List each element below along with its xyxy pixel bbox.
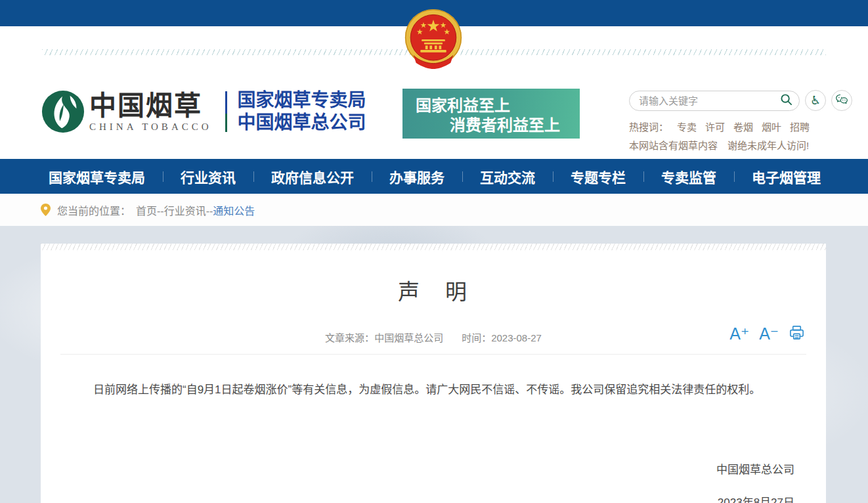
signature-date: 2023年8月27日 bbox=[41, 493, 826, 503]
hot-search-row: 热搜词： 专卖 许可 卷烟 烟叶 招聘 bbox=[629, 120, 859, 133]
article-body: 日前网络上传播的“自9月1日起卷烟涨价”等有关信息，为虚假信息。请广大网民不信谣… bbox=[71, 380, 796, 400]
nav-item-monopoly-supervision[interactable]: 专卖监管 bbox=[661, 167, 716, 186]
org-divider bbox=[225, 91, 227, 132]
china-tobacco-logo-icon[interactable] bbox=[41, 89, 85, 134]
font-increase-button[interactable]: A⁺ bbox=[729, 326, 749, 342]
accessibility-icon: ♿ bbox=[810, 95, 821, 106]
nav-separator bbox=[553, 171, 553, 182]
nav-separator bbox=[734, 171, 735, 182]
hot-word-link[interactable]: 招聘 bbox=[790, 120, 810, 133]
meta-divider bbox=[60, 354, 806, 355]
main-nav: 国家烟草专卖局 行业资讯 政府信息公开 办事服务 互动交流 专题专栏 专卖监管 … bbox=[0, 159, 868, 194]
page: 中国烟草 CHINA TOBACCO 国家烟草专卖局 中国烟草总公司 国家利益至… bbox=[0, 0, 868, 503]
source-label: 文章来源： bbox=[325, 332, 374, 343]
hot-word-link[interactable]: 专卖 bbox=[677, 120, 697, 133]
hot-search-label: 热搜词： bbox=[629, 120, 668, 133]
breadcrumb: 您当前的位置： 首页--行业资讯-- 通知公告 bbox=[0, 194, 868, 226]
time-label: 时间： bbox=[462, 332, 491, 343]
font-decrease-button[interactable]: A⁻ bbox=[759, 326, 779, 342]
slogan-line1: 国家利益至上 bbox=[416, 96, 580, 116]
nav-item-home[interactable]: 国家烟草专卖局 bbox=[49, 167, 145, 186]
logo-cn-text: 中国烟草 bbox=[89, 91, 212, 120]
org-title: 国家烟草专卖局 中国烟草总公司 bbox=[238, 89, 366, 134]
breadcrumb-link-notices[interactable]: 通知公告 bbox=[213, 202, 255, 218]
nav-separator bbox=[372, 171, 372, 182]
nav-separator bbox=[253, 171, 254, 182]
national-emblem-icon bbox=[402, 8, 464, 71]
search-box[interactable] bbox=[629, 91, 800, 111]
logo-en-text: CHINA TOBACCO bbox=[89, 121, 212, 133]
source-value: 中国烟草总公司 bbox=[374, 332, 443, 343]
nav-item-gov-info[interactable]: 政府信息公开 bbox=[271, 167, 354, 186]
breadcrumb-label: 您当前的位置： bbox=[57, 202, 131, 218]
location-pin-icon bbox=[41, 204, 51, 216]
nav-item-industry-news[interactable]: 行业资讯 bbox=[181, 167, 236, 186]
org-title-line2: 中国烟草总公司 bbox=[238, 112, 366, 134]
logo-text: 中国烟草 CHINA TOBACCO bbox=[89, 91, 212, 133]
nav-separator bbox=[643, 171, 644, 182]
nav-item-interaction[interactable]: 互动交流 bbox=[480, 167, 535, 186]
time-value: 2023-08-27 bbox=[491, 332, 542, 343]
article-card: 声 明 文章来源：中国烟草总公司时间：2023-08-27 A⁺ A⁻ bbox=[41, 244, 826, 503]
card-hatch-stripe bbox=[41, 244, 826, 250]
search-area: ♿ 热搜词： bbox=[629, 90, 859, 152]
accessibility-button[interactable]: ♿ bbox=[805, 90, 826, 111]
slogan-banner: 国家利益至上 消费者利益至上 bbox=[402, 89, 580, 139]
wechat-icon bbox=[835, 93, 848, 108]
hot-word-link[interactable]: 卷烟 bbox=[733, 120, 753, 133]
hot-word-link[interactable]: 许可 bbox=[705, 120, 725, 133]
hot-word-link[interactable]: 烟叶 bbox=[762, 120, 781, 133]
search-icon[interactable] bbox=[780, 93, 792, 108]
wechat-button[interactable] bbox=[831, 90, 852, 111]
print-button[interactable] bbox=[789, 324, 805, 343]
nav-item-ecig-management[interactable]: 电子烟管理 bbox=[752, 167, 821, 186]
slogan-line2: 消费者利益至上 bbox=[450, 116, 580, 135]
article-meta: 文章来源：中国烟草总公司时间：2023-08-27 A⁺ A⁻ bbox=[41, 330, 826, 344]
nav-separator bbox=[163, 171, 163, 182]
nav-item-services[interactable]: 办事服务 bbox=[389, 167, 445, 186]
nav-separator bbox=[462, 171, 463, 182]
minor-access-notice: 本网站含有烟草内容 谢绝未成年人访问! bbox=[629, 138, 859, 152]
brand-row: 中国烟草 CHINA TOBACCO 国家烟草专卖局 中国烟草总公司 bbox=[41, 89, 366, 134]
article-title: 声 明 bbox=[41, 274, 826, 306]
signature-org: 中国烟草总公司 bbox=[41, 460, 826, 477]
breadcrumb-path: 首页--行业资讯-- bbox=[136, 202, 213, 218]
search-input[interactable] bbox=[639, 95, 780, 106]
org-title-line1: 国家烟草专卖局 bbox=[238, 89, 366, 112]
article-tools: A⁺ A⁻ bbox=[729, 324, 805, 343]
main-background: 声 明 文章来源：中国烟草总公司时间：2023-08-27 A⁺ A⁻ bbox=[0, 226, 868, 503]
nav-item-special-topics[interactable]: 专题专栏 bbox=[571, 167, 626, 186]
